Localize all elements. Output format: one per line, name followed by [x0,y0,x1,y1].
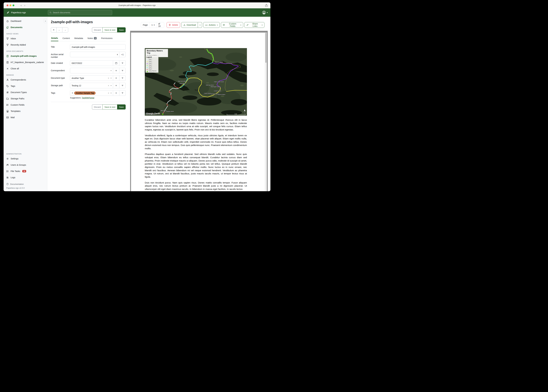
save-group-top: Discard Save & next Save [92,27,126,32]
pdf-scrollbar-thumb[interactable] [265,33,267,63]
custom-fields-button[interactable]: Custom Fields▾ [221,22,243,28]
tab-notes[interactable]: Notes1 [87,36,97,41]
sidebar-item-documents[interactable]: Documents [4,24,47,30]
sidebar-item-storage-paths[interactable]: Storage Paths [4,95,47,102]
search-input[interactable]: Search documents [48,10,112,15]
document-type-field-label: Document type [51,75,70,81]
correspondent-select[interactable]: ▾ [70,68,113,73]
filter-lines-icon [121,84,124,87]
tab-metadata[interactable]: Metadata [74,36,83,41]
save-next-button[interactable]: Save & next [102,27,117,32]
sidebar-item-dashboard[interactable]: Dashboard [4,18,47,24]
person-icon [6,79,9,81]
user-menu[interactable]: ▾ [262,11,268,14]
tag-chip[interactable]: Another Sample Tag [74,91,96,95]
suggestion-link[interactable]: TagWithPartial [82,97,94,99]
asn-stepper[interactable]: ▴▾ [117,54,118,55]
discard-button-bottom[interactable]: Discard [92,105,103,110]
notes-count-badge: 1 [94,37,97,39]
pdf-scrollbar[interactable] [265,33,267,191]
browser-forward-icon[interactable]: › [24,4,25,7]
save-button[interactable]: Save [117,27,126,32]
download-button[interactable]: Download [181,22,198,28]
discard-button[interactable]: Discard [92,27,103,32]
sidebar-collapse-button[interactable]: « [44,19,47,23]
tags-filter-button[interactable] [119,90,126,96]
download-split-button: Download ▾ [181,22,202,28]
document-type-caret-icon: ▾ [111,77,111,79]
share-links-button[interactable]: Share Links▾ [244,22,264,28]
add-storage-path-button[interactable]: + [113,83,119,88]
sidebar-item-label: H7_Napoleon_Bonaparte_zadanie [11,61,44,63]
delete-button[interactable]: Delete [167,22,180,28]
sidebar-item-correspondents[interactable]: Correspondents [4,77,47,83]
custom-fields-icon [6,104,9,106]
tags-select[interactable]: ✕ Another Sample Tag × ▾ [70,90,113,96]
save-group-bottom: Discard Save & next Save [92,105,126,110]
sidebar-item-document-types[interactable]: Document Types [4,89,47,95]
map-label: Half Dog Island [206,84,214,86]
map-title: Boundary Waters Trip [147,50,167,54]
trail-dots-icon [146,58,148,60]
sidebar-item-label: Templates [11,110,21,112]
window-minimize-button[interactable] [10,5,11,6]
close-document-button[interactable]: ✕ [51,27,57,32]
document-type-filter-button[interactable] [119,75,126,81]
page-stepper[interactable]: ▴▾ [154,24,155,26]
sidebar-item-tags[interactable]: Tags [4,83,47,89]
correspondent-filter-button[interactable] [119,68,126,73]
documentation-link[interactable]: Documentation [4,182,47,187]
tab-permissions[interactable]: Permissions [101,36,113,41]
actions-button[interactable]: ••• Actions▾ [203,22,220,28]
add-correspondent-button[interactable]: + [113,68,119,73]
tag-remove-icon[interactable]: ✕ [72,92,73,94]
sidebar-item-mail[interactable]: Mail [4,114,47,120]
save-button-bottom[interactable]: Save [117,105,126,110]
tags-clear-icon[interactable]: × [108,92,109,94]
sidebar-item-recently-added[interactable]: Recently Added [4,42,47,48]
sidebar-item-2sample-pdf-with-images[interactable]: 2sample-pdf-with-images [4,53,47,59]
date-filter-button[interactable] [119,60,126,66]
document-type-select[interactable]: Another Type × ▾ [70,75,113,81]
filter-icon [6,37,9,40]
share-icon[interactable] [265,4,268,7]
window-close-button[interactable] [7,5,8,6]
storage-path-filter-button[interactable] [119,83,126,88]
sidebar-item-h7-napoleon-bonaparte-zadanie[interactable]: H7_Napoleon_Bonaparte_zadanie [4,59,47,65]
window-zoom-button[interactable] [13,5,14,6]
browser-back-icon[interactable]: ‹ [21,4,22,7]
sidebar-item-templates[interactable]: Templates [4,108,47,114]
sidebar-sections: DashboardDocumentsSAVED VIEWSInboxRecent… [4,18,47,181]
add-document-type-button[interactable]: + [113,75,119,81]
sidebar-item-users-groups[interactable]: Users & Groups [4,162,47,168]
legend-entry: Day 1 [146,58,158,60]
sidebar-item-inbox[interactable]: Inbox [4,35,47,42]
legend-entry: Day 4 [146,64,158,66]
sidebar-item-logs[interactable]: Logs [4,174,47,181]
add-tag-button[interactable]: + [113,90,119,96]
sidebar-item-file-tasks[interactable]: File Tasks16 [4,168,47,174]
document-type-clear-icon[interactable]: × [108,77,109,79]
sidebar-item-label: Recently Added [11,44,26,46]
map-label: New York Island [178,81,186,82]
asn-plus-one-button[interactable]: +1 [119,52,126,57]
page-number-input[interactable]: 1 ▴▾ [150,22,156,28]
next-document-button[interactable]: → [62,27,68,32]
map-label: Indian Grave Island [214,81,224,83]
tab-content[interactable]: Content [62,36,70,41]
tab-details[interactable]: Details [51,36,58,41]
sidebar-item-custom-fields[interactable]: Custom Fields [4,102,47,108]
sidebar-item-settings[interactable]: Settings [4,155,47,162]
download-options-button[interactable]: ▾ [198,22,202,28]
storage-path-select[interactable]: Testing 12 × ▾ [70,83,113,88]
previous-document-button[interactable]: ← [56,27,62,32]
sidebar-item-close-all[interactable]: Close all [4,65,47,72]
hash-icon [6,91,9,94]
template-icon [6,110,9,112]
date-picker-button[interactable] [113,60,119,66]
title-input[interactable]: 2sample-pdf-with-images [70,44,126,50]
save-next-button-bottom[interactable]: Save & next [102,105,117,110]
storage-path-clear-icon[interactable]: × [108,84,109,87]
asn-input[interactable]: ▴▾ [70,52,119,57]
date-created-input[interactable]: 03/27/2022 [70,60,113,66]
